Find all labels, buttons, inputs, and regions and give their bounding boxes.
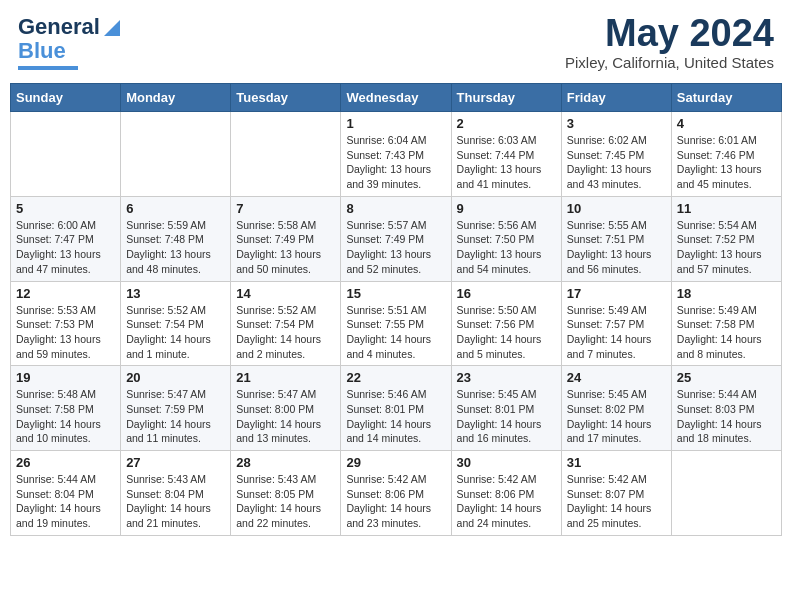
day-cell: 2Sunrise: 6:03 AM Sunset: 7:44 PM Daylig… <box>451 112 561 197</box>
day-number: 22 <box>346 370 445 385</box>
day-number: 26 <box>16 455 115 470</box>
logo-blue: Blue <box>18 38 66 64</box>
day-info: Sunrise: 5:45 AM Sunset: 8:01 PM Dayligh… <box>457 387 556 446</box>
weekday-header-tuesday: Tuesday <box>231 84 341 112</box>
day-number: 20 <box>126 370 225 385</box>
day-cell: 24Sunrise: 5:45 AM Sunset: 8:02 PM Dayli… <box>561 366 671 451</box>
day-number: 25 <box>677 370 776 385</box>
day-cell: 22Sunrise: 5:46 AM Sunset: 8:01 PM Dayli… <box>341 366 451 451</box>
day-info: Sunrise: 6:02 AM Sunset: 7:45 PM Dayligh… <box>567 133 666 192</box>
day-info: Sunrise: 5:44 AM Sunset: 8:04 PM Dayligh… <box>16 472 115 531</box>
day-number: 19 <box>16 370 115 385</box>
day-cell: 19Sunrise: 5:48 AM Sunset: 7:58 PM Dayli… <box>11 366 121 451</box>
month-title: May 2024 <box>565 14 774 52</box>
day-cell: 16Sunrise: 5:50 AM Sunset: 7:56 PM Dayli… <box>451 281 561 366</box>
day-info: Sunrise: 5:52 AM Sunset: 7:54 PM Dayligh… <box>126 303 225 362</box>
day-number: 3 <box>567 116 666 131</box>
day-cell: 1Sunrise: 6:04 AM Sunset: 7:43 PM Daylig… <box>341 112 451 197</box>
day-cell: 23Sunrise: 5:45 AM Sunset: 8:01 PM Dayli… <box>451 366 561 451</box>
day-cell: 8Sunrise: 5:57 AM Sunset: 7:49 PM Daylig… <box>341 196 451 281</box>
day-info: Sunrise: 5:49 AM Sunset: 7:58 PM Dayligh… <box>677 303 776 362</box>
day-number: 31 <box>567 455 666 470</box>
day-info: Sunrise: 5:46 AM Sunset: 8:01 PM Dayligh… <box>346 387 445 446</box>
day-number: 24 <box>567 370 666 385</box>
logo: General Blue <box>18 14 122 70</box>
week-row-5: 26Sunrise: 5:44 AM Sunset: 8:04 PM Dayli… <box>11 451 782 536</box>
day-cell <box>671 451 781 536</box>
day-cell: 29Sunrise: 5:42 AM Sunset: 8:06 PM Dayli… <box>341 451 451 536</box>
location-text: Pixley, California, United States <box>565 54 774 71</box>
day-info: Sunrise: 5:44 AM Sunset: 8:03 PM Dayligh… <box>677 387 776 446</box>
weekday-header-wednesday: Wednesday <box>341 84 451 112</box>
day-info: Sunrise: 5:43 AM Sunset: 8:04 PM Dayligh… <box>126 472 225 531</box>
day-number: 11 <box>677 201 776 216</box>
day-number: 14 <box>236 286 335 301</box>
day-info: Sunrise: 5:45 AM Sunset: 8:02 PM Dayligh… <box>567 387 666 446</box>
day-number: 8 <box>346 201 445 216</box>
day-info: Sunrise: 5:49 AM Sunset: 7:57 PM Dayligh… <box>567 303 666 362</box>
day-info: Sunrise: 5:50 AM Sunset: 7:56 PM Dayligh… <box>457 303 556 362</box>
day-number: 7 <box>236 201 335 216</box>
day-number: 9 <box>457 201 556 216</box>
day-number: 1 <box>346 116 445 131</box>
day-number: 28 <box>236 455 335 470</box>
weekday-header-monday: Monday <box>121 84 231 112</box>
day-info: Sunrise: 5:47 AM Sunset: 8:00 PM Dayligh… <box>236 387 335 446</box>
day-cell <box>11 112 121 197</box>
day-number: 16 <box>457 286 556 301</box>
weekday-header-friday: Friday <box>561 84 671 112</box>
day-info: Sunrise: 5:57 AM Sunset: 7:49 PM Dayligh… <box>346 218 445 277</box>
day-info: Sunrise: 5:56 AM Sunset: 7:50 PM Dayligh… <box>457 218 556 277</box>
day-cell: 14Sunrise: 5:52 AM Sunset: 7:54 PM Dayli… <box>231 281 341 366</box>
day-cell: 3Sunrise: 6:02 AM Sunset: 7:45 PM Daylig… <box>561 112 671 197</box>
weekday-header-thursday: Thursday <box>451 84 561 112</box>
day-cell: 26Sunrise: 5:44 AM Sunset: 8:04 PM Dayli… <box>11 451 121 536</box>
day-number: 6 <box>126 201 225 216</box>
svg-marker-0 <box>104 20 120 36</box>
day-info: Sunrise: 5:51 AM Sunset: 7:55 PM Dayligh… <box>346 303 445 362</box>
day-number: 10 <box>567 201 666 216</box>
day-number: 5 <box>16 201 115 216</box>
day-cell: 21Sunrise: 5:47 AM Sunset: 8:00 PM Dayli… <box>231 366 341 451</box>
weekday-header-row: SundayMondayTuesdayWednesdayThursdayFrid… <box>11 84 782 112</box>
week-row-4: 19Sunrise: 5:48 AM Sunset: 7:58 PM Dayli… <box>11 366 782 451</box>
day-cell <box>121 112 231 197</box>
day-info: Sunrise: 5:48 AM Sunset: 7:58 PM Dayligh… <box>16 387 115 446</box>
calendar: SundayMondayTuesdayWednesdayThursdayFrid… <box>10 83 782 536</box>
day-cell: 7Sunrise: 5:58 AM Sunset: 7:49 PM Daylig… <box>231 196 341 281</box>
day-cell: 4Sunrise: 6:01 AM Sunset: 7:46 PM Daylig… <box>671 112 781 197</box>
day-number: 23 <box>457 370 556 385</box>
day-info: Sunrise: 5:42 AM Sunset: 8:07 PM Dayligh… <box>567 472 666 531</box>
day-info: Sunrise: 6:04 AM Sunset: 7:43 PM Dayligh… <box>346 133 445 192</box>
week-row-2: 5Sunrise: 6:00 AM Sunset: 7:47 PM Daylig… <box>11 196 782 281</box>
day-info: Sunrise: 5:52 AM Sunset: 7:54 PM Dayligh… <box>236 303 335 362</box>
day-info: Sunrise: 6:00 AM Sunset: 7:47 PM Dayligh… <box>16 218 115 277</box>
day-info: Sunrise: 5:47 AM Sunset: 7:59 PM Dayligh… <box>126 387 225 446</box>
day-cell: 25Sunrise: 5:44 AM Sunset: 8:03 PM Dayli… <box>671 366 781 451</box>
day-number: 12 <box>16 286 115 301</box>
day-number: 4 <box>677 116 776 131</box>
day-cell <box>231 112 341 197</box>
day-info: Sunrise: 6:03 AM Sunset: 7:44 PM Dayligh… <box>457 133 556 192</box>
day-number: 21 <box>236 370 335 385</box>
day-cell: 6Sunrise: 5:59 AM Sunset: 7:48 PM Daylig… <box>121 196 231 281</box>
logo-underline <box>18 66 78 70</box>
week-row-1: 1Sunrise: 6:04 AM Sunset: 7:43 PM Daylig… <box>11 112 782 197</box>
day-number: 15 <box>346 286 445 301</box>
day-info: Sunrise: 5:43 AM Sunset: 8:05 PM Dayligh… <box>236 472 335 531</box>
day-cell: 9Sunrise: 5:56 AM Sunset: 7:50 PM Daylig… <box>451 196 561 281</box>
header: General Blue May 2024 Pixley, California… <box>10 10 782 75</box>
day-number: 18 <box>677 286 776 301</box>
day-number: 17 <box>567 286 666 301</box>
day-cell: 20Sunrise: 5:47 AM Sunset: 7:59 PM Dayli… <box>121 366 231 451</box>
day-cell: 28Sunrise: 5:43 AM Sunset: 8:05 PM Dayli… <box>231 451 341 536</box>
logo-general: General <box>18 14 100 40</box>
day-cell: 27Sunrise: 5:43 AM Sunset: 8:04 PM Dayli… <box>121 451 231 536</box>
day-number: 30 <box>457 455 556 470</box>
day-info: Sunrise: 5:53 AM Sunset: 7:53 PM Dayligh… <box>16 303 115 362</box>
day-info: Sunrise: 5:55 AM Sunset: 7:51 PM Dayligh… <box>567 218 666 277</box>
day-info: Sunrise: 5:54 AM Sunset: 7:52 PM Dayligh… <box>677 218 776 277</box>
day-number: 2 <box>457 116 556 131</box>
day-cell: 12Sunrise: 5:53 AM Sunset: 7:53 PM Dayli… <box>11 281 121 366</box>
week-row-3: 12Sunrise: 5:53 AM Sunset: 7:53 PM Dayli… <box>11 281 782 366</box>
